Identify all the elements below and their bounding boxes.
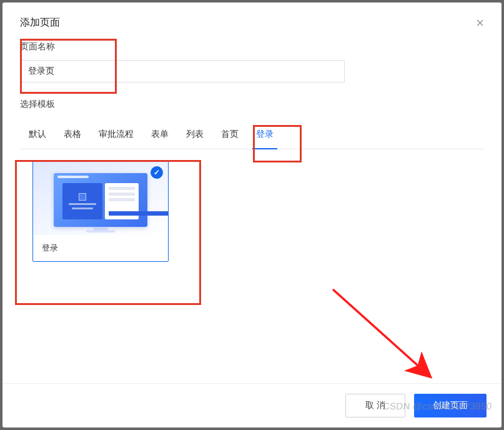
selected-check-icon: ✓ (151, 166, 163, 179)
tab-login[interactable]: 登录 (247, 121, 282, 149)
page-name-label: 页面名称 (20, 41, 484, 52)
add-page-modal: 添加页面 × 页面名称 选择模板 默认 表格 审批流程 表单 列表 首页 登录 … (2, 2, 502, 428)
tab-form[interactable]: 表单 (142, 121, 177, 149)
tab-table[interactable]: 表格 (55, 121, 90, 149)
tab-approval[interactable]: 审批流程 (90, 121, 142, 149)
template-card-label: 登录 (33, 235, 168, 261)
tab-default[interactable]: 默认 (20, 121, 55, 149)
preview-monitor-illustration (54, 173, 147, 227)
template-card-login[interactable]: ✓ 登录 (32, 161, 169, 262)
modal-header: 添加页面 × (2, 2, 502, 30)
modal-body: 页面名称 选择模板 默认 表格 审批流程 表单 列表 首页 登录 ✓ (2, 30, 502, 383)
template-tabs: 默认 表格 审批流程 表单 列表 首页 登录 (20, 121, 484, 149)
tab-home[interactable]: 首页 (212, 121, 247, 149)
tab-list[interactable]: 列表 (177, 121, 212, 149)
template-section-label: 选择模板 (20, 99, 484, 110)
page-name-section: 页面名称 (20, 41, 484, 82)
page-name-input[interactable] (20, 60, 345, 82)
template-preview: ✓ (33, 161, 168, 235)
modal-title: 添加页面 (20, 16, 60, 29)
template-grid: ✓ 登录 (20, 161, 484, 262)
template-section: 选择模板 默认 表格 审批流程 表单 列表 首页 登录 ✓ (20, 99, 484, 262)
close-icon[interactable]: × (476, 16, 484, 30)
watermark-text: CSDN @csdn565973850 (382, 401, 492, 411)
